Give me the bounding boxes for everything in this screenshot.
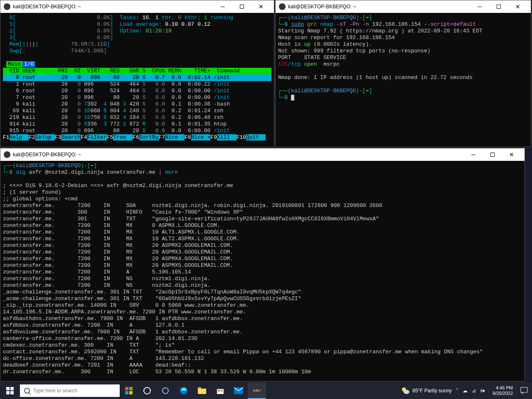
svg-rect-11 bbox=[221, 390, 223, 392]
tray-chevron-icon[interactable]: ˄ bbox=[456, 388, 458, 394]
edge-icon[interactable] bbox=[175, 382, 193, 399]
clock[interactable]: 4:45 PM 9/20/2022 bbox=[489, 385, 516, 396]
svg-rect-15 bbox=[521, 387, 527, 392]
minimize-button[interactable] bbox=[464, 148, 483, 161]
maximize-button[interactable] bbox=[483, 148, 502, 161]
htop-terminal[interactable]: 0[ 0.0%] Tasks: 16, 1 thr, 0 kthr; 1 run… bbox=[0, 13, 274, 147]
kali-task-icon[interactable]: KALI bbox=[248, 382, 266, 399]
start-button[interactable] bbox=[0, 382, 20, 399]
taskbar: Type here to search KALI 85°F Partly sun… bbox=[0, 382, 532, 399]
svg-point-4 bbox=[144, 387, 150, 394]
close-button[interactable]: ✕ bbox=[502, 148, 521, 161]
dig-titlebar[interactable]: kali@DESKTOP-BKBEPQO: ~ ✕ bbox=[0, 148, 525, 161]
svg-point-5 bbox=[163, 388, 168, 394]
weather-temp: 85°F bbox=[412, 388, 423, 394]
minimize-button[interactable] bbox=[470, 0, 489, 13]
tray-wifi-icon[interactable]: ⊿ bbox=[472, 388, 476, 394]
search-placeholder: Type here to search bbox=[33, 388, 77, 394]
minimize-button[interactable] bbox=[213, 0, 232, 13]
svg-rect-8 bbox=[198, 387, 201, 389]
store-icon[interactable] bbox=[211, 382, 229, 399]
clock-date: 9/20/2022 bbox=[493, 391, 513, 396]
svg-point-14 bbox=[404, 390, 409, 394]
maximize-button[interactable] bbox=[489, 0, 508, 13]
tray-cloud-icon[interactable]: ☁ bbox=[463, 388, 468, 394]
close-button[interactable]: ✕ bbox=[508, 0, 527, 13]
maximize-button[interactable] bbox=[232, 0, 251, 13]
weather-cond: Partly sunny bbox=[424, 388, 452, 394]
svg-rect-3 bbox=[129, 391, 133, 394]
search-icon bbox=[24, 388, 30, 394]
search-box[interactable]: Type here to search bbox=[20, 384, 120, 397]
dig-terminal[interactable]: ┌──(kali@DESKTOP-BKBEPQO)-[~] └─$ dig ax… bbox=[0, 161, 525, 381]
svg-rect-2 bbox=[125, 391, 128, 394]
nmap-window: kali@DESKTOP-BKBEPQO: ~ ✕ ┌──(kali@DESKT… bbox=[275, 0, 531, 147]
nmap-title: kali@DESKTOP-BKBEPQO: ~ bbox=[288, 4, 470, 10]
tux-icon bbox=[279, 3, 286, 10]
svg-rect-1 bbox=[129, 387, 133, 390]
task-view-icon[interactable] bbox=[138, 382, 156, 399]
svg-rect-10 bbox=[218, 390, 220, 392]
htop-window: kali@DESKTOP-BKBEPQO: ~ ✕ 0[ 0.0%] Tasks… bbox=[0, 0, 274, 147]
htop-titlebar[interactable]: kali@DESKTOP-BKBEPQO: ~ ✕ bbox=[0, 0, 274, 13]
tray-volume-icon[interactable]: 🕪 bbox=[480, 388, 485, 394]
tux-icon bbox=[4, 151, 10, 158]
clock-time: 4:45 PM bbox=[493, 385, 513, 391]
tux-icon bbox=[4, 3, 10, 10]
weather-widget[interactable]: 85°F Partly sunny bbox=[401, 386, 452, 395]
notification-icon[interactable] bbox=[520, 387, 528, 394]
close-button[interactable]: ✕ bbox=[251, 0, 271, 13]
explorer-icon[interactable] bbox=[193, 382, 211, 399]
htop-title: kali@DESKTOP-BKBEPQO: ~ bbox=[13, 4, 213, 10]
svg-rect-7 bbox=[198, 389, 206, 394]
dig-window: kali@DESKTOP-BKBEPQO: ~ ✕ ┌──(kali@DESKT… bbox=[0, 148, 525, 382]
nmap-titlebar[interactable]: kali@DESKTOP-BKBEPQO: ~ ✕ bbox=[276, 0, 531, 13]
nmap-terminal[interactable]: ┌──(kali@DESKTOP-BKBEPQO)-[~] └─$ sudo g… bbox=[276, 13, 531, 147]
mail-icon[interactable] bbox=[229, 382, 248, 399]
cortana-icon[interactable] bbox=[156, 382, 175, 399]
dig-title: kali@DESKTOP-BKBEPQO: ~ bbox=[13, 152, 464, 158]
svg-rect-0 bbox=[125, 387, 128, 390]
weather-icon bbox=[401, 386, 410, 395]
meet-now-icon[interactable] bbox=[120, 382, 138, 399]
